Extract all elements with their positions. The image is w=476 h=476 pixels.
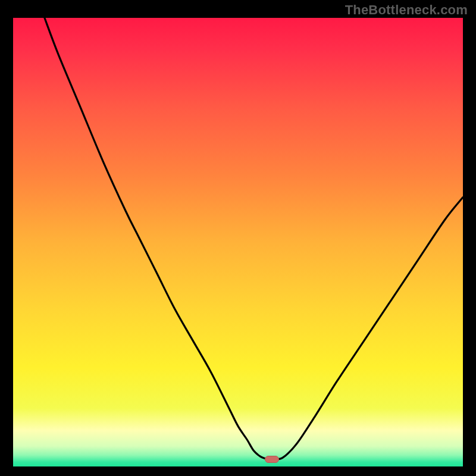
performance-curve xyxy=(13,18,463,466)
chart-frame: TheBottleneck.com xyxy=(0,0,476,476)
watermark-text: TheBottleneck.com xyxy=(345,2,468,18)
plot-area xyxy=(13,18,463,466)
optimal-point-marker xyxy=(265,456,279,463)
